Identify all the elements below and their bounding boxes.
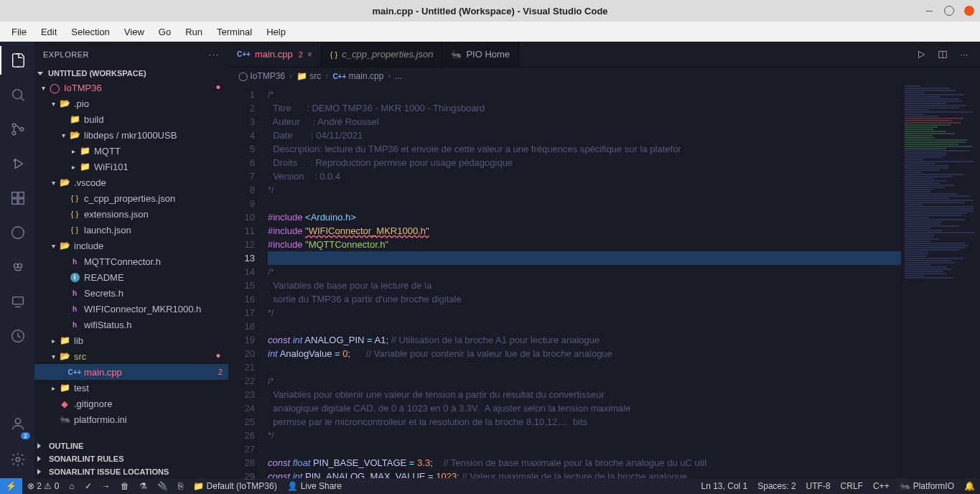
tab-main-cpp[interactable]: C++main.cpp2× xyxy=(228,42,322,67)
activity-github-icon[interactable] xyxy=(0,218,34,247)
menu-go[interactable]: Go xyxy=(151,24,178,40)
tree-maincpp[interactable]: C++main.cpp2 xyxy=(34,364,228,380)
tree-ext[interactable]: { }extensions.json xyxy=(34,206,228,222)
activity-platformio-icon[interactable] xyxy=(0,253,34,281)
tab-more-icon[interactable]: ··· xyxy=(958,49,970,60)
activity-search-icon[interactable] xyxy=(0,80,34,109)
tree-readme[interactable]: iREADME xyxy=(34,269,228,285)
tree-gitignore[interactable]: ◆.gitignore xyxy=(34,396,228,411)
tree-include[interactable]: ▾📂include xyxy=(34,238,228,253)
status-monitor-icon[interactable]: 🔌 xyxy=(152,478,173,494)
svg-point-11 xyxy=(12,227,24,239)
menu-view[interactable]: View xyxy=(117,24,151,40)
activity-bar: 2 xyxy=(0,42,34,478)
tree-libdeps[interactable]: ▾📂libdeps / mkr1000USB xyxy=(34,127,228,143)
status-build-icon[interactable]: ✓ xyxy=(80,478,97,494)
status-problems[interactable]: ⊗ 2 ⚠ 0 xyxy=(22,478,64,494)
status-liveshare[interactable]: 👤 Live Share xyxy=(282,478,347,494)
section-sonar-rules[interactable]: SONARLINT RULES xyxy=(34,452,228,465)
svg-point-13 xyxy=(18,264,22,268)
tree-wifistatus[interactable]: hwifiStatus.h xyxy=(34,317,228,332)
tree-src[interactable]: ▾📂src• xyxy=(34,348,228,364)
tree-pio[interactable]: ▾📂.pio xyxy=(34,95,228,111)
tab-bar: C++main.cpp2×{ }c_cpp_properties.json🐜PI… xyxy=(228,42,980,67)
menu-run[interactable]: Run xyxy=(178,24,210,40)
window-maximize-icon[interactable] xyxy=(944,6,954,16)
tree-root[interactable]: ▾◯IoTMP36• xyxy=(34,80,228,95)
activity-explorer-icon[interactable] xyxy=(0,46,34,75)
menu-file[interactable]: File xyxy=(4,24,34,40)
svg-marker-5 xyxy=(15,159,22,169)
svg-point-2 xyxy=(12,124,16,127)
tree-wificonn[interactable]: hWIFIConnector_MKR1000.h xyxy=(34,301,228,317)
status-bell-icon[interactable]: 🔔 xyxy=(959,478,980,494)
tab-c-cpp-properties-json[interactable]: { }c_cpp_properties.json xyxy=(322,42,443,67)
section-workspace[interactable]: UNTITLED (WORKSPACE) xyxy=(34,67,228,80)
status-clean-icon[interactable]: 🗑 xyxy=(116,478,134,494)
line-gutter: 1234567891011121314151617181920212223242… xyxy=(228,85,268,478)
status-encoding[interactable]: UTF-8 xyxy=(801,478,836,494)
activity-extensions-icon[interactable] xyxy=(0,184,34,213)
tree-launch[interactable]: { }launch.json xyxy=(34,222,228,238)
tree-secrets[interactable]: hSecrets.h xyxy=(34,285,228,301)
svg-rect-8 xyxy=(12,199,17,204)
svg-marker-19 xyxy=(919,51,925,57)
menu-help[interactable]: Help xyxy=(259,24,293,40)
status-bar: ⚡ ⊗ 2 ⚠ 0 ⌂ ✓ → 🗑 ⚗ 🔌 ⎘ 📁 Default (IoTMP… xyxy=(0,478,980,494)
minimap[interactable] xyxy=(901,85,980,478)
file-tree: ▾◯IoTMP36•▾📂.pio📁build▾📂libdeps / mkr100… xyxy=(34,80,228,439)
tree-wifi101[interactable]: ▸📁WiFi101 xyxy=(34,159,228,174)
svg-point-17 xyxy=(15,419,20,424)
crumb-0[interactable]: ◯ IoTMP36 xyxy=(238,71,285,81)
crumb-3[interactable]: ... xyxy=(395,71,402,81)
tree-mqttconn[interactable]: hMQTTConnector.h xyxy=(34,253,228,269)
tree-mqtt[interactable]: ▸📁MQTT xyxy=(34,143,228,159)
tree-platformio[interactable]: 🐜platformio.ini xyxy=(34,411,228,427)
menu-selection[interactable]: Selection xyxy=(64,24,116,40)
status-terminal-icon[interactable]: ⎘ xyxy=(173,478,188,494)
explorer-more-icon[interactable]: ··· xyxy=(209,50,220,59)
crumb-1[interactable]: 📁 src xyxy=(297,71,321,81)
tree-vscode[interactable]: ▾📂.vscode xyxy=(34,174,228,190)
tree-ccpp[interactable]: { }c_cpp_properties.json xyxy=(34,190,228,206)
window-minimize-icon[interactable] xyxy=(924,6,934,16)
editor-group: C++main.cpp2×{ }c_cpp_properties.json🐜PI… xyxy=(228,42,980,478)
split-icon[interactable] xyxy=(937,49,948,60)
svg-point-4 xyxy=(20,128,24,131)
tree-build[interactable]: 📁build xyxy=(34,111,228,127)
section-sonar-issues[interactable]: SONARLINT ISSUE LOCATIONS xyxy=(34,465,228,478)
explorer-title: EXPLORER xyxy=(43,50,89,59)
status-test-icon[interactable]: ⚗ xyxy=(134,478,152,494)
activity-debug-icon[interactable] xyxy=(0,149,34,178)
menu-terminal[interactable]: Terminal xyxy=(210,24,259,40)
status-remote-icon[interactable]: ⚡ xyxy=(0,478,22,494)
status-lang[interactable]: C++ xyxy=(868,478,895,494)
breadcrumbs[interactable]: ◯ IoTMP36›📁 src›C++ main.cpp›... xyxy=(228,67,980,85)
crumb-2[interactable]: C++ main.cpp xyxy=(332,71,383,81)
svg-line-1 xyxy=(21,98,24,101)
sidebar-explorer: EXPLORER ··· UNTITLED (WORKSPACE) ▾◯IoTM… xyxy=(34,42,228,478)
status-lncol[interactable]: Ln 13, Col 1 xyxy=(696,478,753,494)
window-title: main.cpp - Untitled (Workspace) - Visual… xyxy=(372,6,607,17)
activity-remote-icon[interactable] xyxy=(0,287,34,316)
section-outline[interactable]: OUTLINE xyxy=(34,439,228,452)
svg-point-0 xyxy=(13,90,22,99)
activity-scm-icon[interactable] xyxy=(0,115,34,144)
status-home-icon[interactable]: ⌂ xyxy=(64,478,79,494)
svg-point-3 xyxy=(12,131,16,135)
status-eol[interactable]: CRLF xyxy=(836,478,868,494)
activity-accounts-icon[interactable]: 2 xyxy=(0,409,34,438)
menu-edit[interactable]: Edit xyxy=(34,24,64,40)
tree-test[interactable]: ▸📁test xyxy=(34,380,228,396)
run-icon[interactable] xyxy=(915,49,927,60)
activity-timeline-icon[interactable] xyxy=(0,322,34,350)
status-platformio[interactable]: 🐜 PlatformIO xyxy=(895,478,959,494)
window-close-icon[interactable] xyxy=(964,6,974,16)
status-spaces[interactable]: Spaces: 2 xyxy=(752,478,801,494)
status-upload-icon[interactable]: → xyxy=(97,478,116,494)
code-area[interactable]: /* Titre : DEMO TMP36 - MKR 1000 - Thing… xyxy=(268,85,901,478)
activity-settings-icon[interactable] xyxy=(0,445,34,474)
tree-lib[interactable]: ▸📁lib xyxy=(34,332,228,348)
menu-bar: FileEditSelectionViewGoRunTerminalHelp xyxy=(0,22,980,42)
tab-pio-home[interactable]: 🐜PIO Home xyxy=(442,42,519,67)
